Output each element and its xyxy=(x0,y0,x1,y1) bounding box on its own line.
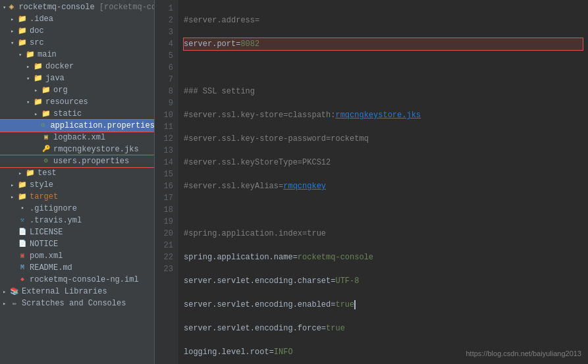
sidebar-item-org[interactable]: org xyxy=(0,84,154,96)
prop-icon: ⚙ xyxy=(41,156,51,167)
code-line-3 xyxy=(184,62,583,74)
arrow-icon xyxy=(11,205,17,212)
item-label: target xyxy=(30,192,58,201)
sidebar-item-gitignore[interactable]: ▪ .gitignore xyxy=(0,203,154,215)
sidebar-item-notice[interactable]: 📄 NOTICE xyxy=(0,238,154,250)
folder-icon xyxy=(17,38,28,48)
arrow-icon xyxy=(11,182,17,189)
arrow-icon xyxy=(26,63,33,70)
sidebar-item-src[interactable]: src xyxy=(0,37,154,49)
code-line-13: server.servlet.encoding.enabled=true xyxy=(184,299,583,311)
code-line-5: #server.ssl.key-store=classpath:rmqcngke… xyxy=(184,109,583,121)
item-label: resources xyxy=(45,97,88,107)
sidebar-item-target[interactable]: target xyxy=(0,191,154,203)
item-label: org xyxy=(53,86,68,95)
code-editor: 12345 678910 1112131415 1617181920 21222… xyxy=(155,0,588,364)
code-line-2: server.port=8082 xyxy=(184,38,583,50)
travis-icon: ⚒ xyxy=(17,215,28,226)
arrow-icon xyxy=(26,99,33,106)
item-label: main xyxy=(38,50,57,59)
arrow-icon xyxy=(34,158,41,165)
arrow-icon xyxy=(18,51,25,59)
sidebar-item-iml[interactable]: ◆ rocketmq-console-ng.iml xyxy=(0,274,154,286)
sidebar-item-main[interactable]: main xyxy=(0,49,154,61)
code-line-11: spring.application.name=rocketmq-console xyxy=(184,251,583,263)
sidebar-item-resources[interactable]: resources xyxy=(0,96,154,108)
item-label: .gitignore xyxy=(30,204,77,213)
arrow-icon xyxy=(3,300,9,307)
folder-icon xyxy=(17,14,28,24)
folder-icon xyxy=(17,180,28,190)
item-label: NOTICE xyxy=(30,240,58,249)
maven-icon: ▣ xyxy=(17,251,28,261)
code-line-1: #server.address= xyxy=(184,14,583,26)
sidebar-item-users-properties[interactable]: ⚙ users.properties xyxy=(0,155,154,167)
sidebar-item-jks[interactable]: 🔑 rmqcngkeystore.jks xyxy=(0,143,154,155)
sidebar-item-docker[interactable]: docker xyxy=(0,61,154,72)
item-label: test xyxy=(38,169,57,178)
arrow-icon xyxy=(11,253,17,259)
project-label: rocketmq-console [rocketmq-console-ng] F… xyxy=(18,3,155,12)
item-label: LICENSE xyxy=(30,228,63,237)
line-numbers: 12345 678910 1112131415 1617181920 21222… xyxy=(155,0,178,364)
arrow-icon xyxy=(26,75,33,82)
watermark: https://blog.csdn.net/baiyuliang2013 xyxy=(466,350,581,357)
code-line-8: #server.ssl.keyAlias=rmqcngkey xyxy=(184,180,583,192)
arrow-icon xyxy=(34,87,41,94)
item-label: rmqcngkeystore.jks xyxy=(53,145,139,154)
arrow-icon xyxy=(11,217,17,224)
xml-icon: ▣ xyxy=(41,132,51,143)
item-label: pom.xml xyxy=(30,251,63,261)
sidebar-item-pom[interactable]: ▣ pom.xml xyxy=(0,250,154,262)
arrow-icon xyxy=(11,16,17,23)
file-tree[interactable]: ◈ rocketmq-console [rocketmq-console-ng]… xyxy=(0,0,155,364)
code-line-14: server.servlet.encoding.force=true xyxy=(184,323,583,334)
arrow-icon xyxy=(11,194,17,201)
folder-icon xyxy=(41,85,51,95)
sidebar-item-travis[interactable]: ⚒ .travis.yml xyxy=(0,215,154,226)
folder-icon xyxy=(33,61,43,72)
sidebar-item-license[interactable]: 📄 LICENSE xyxy=(0,226,154,238)
sidebar-item-application-properties[interactable]: ⚙ application.properties xyxy=(0,120,154,132)
item-label: src xyxy=(30,38,44,47)
item-label: static xyxy=(53,109,82,118)
arrow-icon xyxy=(3,288,9,296)
git-icon: ▪ xyxy=(17,203,28,214)
item-label: Scratches and Consoles xyxy=(22,299,126,308)
sidebar-item-external-libraries[interactable]: 📚 External Libraries xyxy=(0,286,154,298)
item-label: logback.xml xyxy=(53,133,105,142)
license-icon: 📄 xyxy=(17,227,28,238)
item-label: docker xyxy=(45,62,74,71)
folder-icon xyxy=(33,73,43,84)
md-icon: M xyxy=(17,263,28,273)
sidebar-item-idea[interactable]: .idea xyxy=(0,13,154,25)
sidebar-item-static[interactable]: static xyxy=(0,108,154,120)
item-label: .idea xyxy=(30,14,53,24)
item-label: application.properties xyxy=(50,121,154,130)
folder-icon xyxy=(17,26,28,36)
folder-icon xyxy=(25,49,36,60)
iml-icon: ◆ xyxy=(17,274,28,285)
sidebar-item-style[interactable]: style xyxy=(0,179,154,191)
item-label: .travis.yml xyxy=(30,216,82,225)
arrow-icon xyxy=(34,134,41,141)
sidebar-item-java[interactable]: java xyxy=(0,72,154,84)
code-line-7: #server.ssl.keyStoreType=PKCS12 xyxy=(184,157,583,169)
sidebar-item-rocketmq-console[interactable]: ◈ rocketmq-console [rocketmq-console-ng]… xyxy=(0,1,154,13)
code-line-4: ### SSL setting xyxy=(184,86,583,97)
sidebar-item-doc[interactable]: doc xyxy=(0,25,154,37)
item-label: java xyxy=(45,74,65,83)
code-line-6: #server.ssl.key-store-password=rocketmq xyxy=(184,133,583,145)
sidebar-item-test[interactable]: test xyxy=(0,167,154,179)
item-label: README.md xyxy=(30,263,72,273)
scratch-icon: ✏ xyxy=(9,298,20,309)
sidebar-item-logback[interactable]: ▣ logback.xml xyxy=(0,132,154,143)
prop-icon: ⚙ xyxy=(38,120,48,131)
item-label: External Libraries xyxy=(22,287,107,296)
item-label: rocketmq-console-ng.iml xyxy=(30,275,139,284)
arrow-icon xyxy=(34,146,41,153)
lib-icon: 📚 xyxy=(9,286,20,297)
arrow-icon xyxy=(11,39,17,47)
sidebar-item-readme[interactable]: M README.md xyxy=(0,262,154,274)
sidebar-item-scratches[interactable]: ✏ Scratches and Consoles xyxy=(0,298,154,309)
